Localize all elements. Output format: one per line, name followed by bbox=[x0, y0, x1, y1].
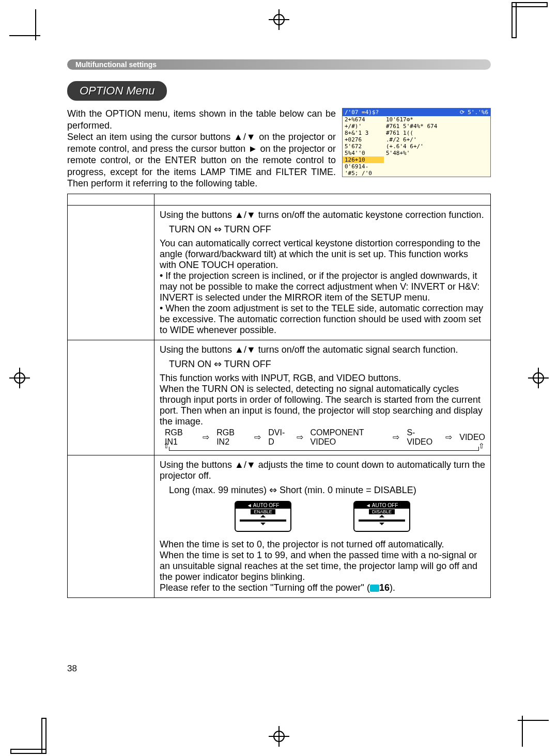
osd-menu-item: 5'672 bbox=[343, 143, 384, 150]
osd-menu-item: '#5; /'0 bbox=[343, 170, 384, 177]
auto-off-label: DISABLE bbox=[369, 509, 395, 514]
cycle-item: COMPONENT VIDEO bbox=[311, 428, 386, 447]
desc-text: • When the zoom adjustment is set to the… bbox=[160, 303, 485, 336]
desc-text: Using the buttons ▲/▼ turns on/off the a… bbox=[160, 344, 485, 355]
auto-off-label: ENABLE bbox=[251, 509, 275, 514]
crop-mark bbox=[41, 718, 47, 754]
signal-cycle: RGB IN1⇨RGB IN2⇨DVI-D⇨COMPONENT VIDEO⇨S-… bbox=[160, 428, 485, 447]
cycle-item: S-VIDEO bbox=[407, 428, 438, 447]
crop-mark bbox=[35, 9, 36, 40]
cycle-item: RGB IN2 bbox=[216, 428, 247, 447]
crop-mark bbox=[512, 2, 517, 38]
table-header-cell bbox=[68, 194, 154, 205]
osd-menu-item: +/#)' bbox=[343, 123, 384, 130]
page-number: 38 bbox=[67, 664, 77, 674]
auto-off-disable-box: ◄ AUTO OFF DISABLE bbox=[353, 501, 410, 532]
cycle-bar-icon bbox=[169, 447, 479, 451]
table-desc-cell: Using the buttons ▲/▼ turns on/off the a… bbox=[154, 340, 491, 455]
cycle-item: VIDEO bbox=[459, 433, 485, 442]
osd-menu-value: (+.6'4 6+/' bbox=[384, 143, 490, 150]
desc-text: You can automatically correct vertical k… bbox=[160, 238, 485, 271]
menu-title-pill: OPTION Menu bbox=[67, 81, 167, 101]
slider-bar-icon bbox=[359, 519, 405, 522]
auto-off-diagram: ◄ AUTO OFF ENABLE ◄ AUTO OFF DISABLE bbox=[160, 501, 485, 532]
osd-menu-item: 0'6914- bbox=[343, 163, 384, 170]
table-header-cell bbox=[154, 194, 491, 205]
option-toggle: TURN ON ⇔ TURN OFF bbox=[160, 224, 485, 235]
arrow-right-icon: ⇨ bbox=[297, 432, 303, 442]
section-header: Multifunctional settings bbox=[67, 59, 491, 70]
table-desc-cell: Using the buttons ▲/▼ adjusts the time t… bbox=[154, 455, 491, 597]
desc-text: Please refer to the section "Turning off… bbox=[160, 582, 485, 593]
table-row: Using the buttons ▲/▼ turns on/off the a… bbox=[68, 340, 491, 455]
auto-off-enable-box: ◄ AUTO OFF ENABLE bbox=[235, 501, 291, 532]
osd-title-right: ⟳ 5'.'%6 bbox=[460, 109, 488, 116]
registration-mark-icon bbox=[9, 368, 30, 388]
option-toggle: TURN ON ⇔ TURN OFF bbox=[160, 358, 485, 370]
desc-text: When the time is set to 0, the projector… bbox=[160, 539, 485, 550]
osd-menu-value: 5'48+%' bbox=[384, 150, 490, 156]
osd-menu-value: #761 5'#4%* 674 bbox=[384, 123, 490, 130]
table-item-cell bbox=[68, 205, 154, 340]
triangle-up-icon bbox=[379, 515, 384, 517]
options-table: Using the buttons ▲/▼ turns on/off the a… bbox=[67, 194, 491, 598]
triangle-up-icon bbox=[260, 515, 266, 517]
desc-text: • If the projection screen is inclined, … bbox=[160, 271, 485, 303]
crop-mark bbox=[522, 716, 523, 747]
osd-title-left: /'07 =4)$? bbox=[345, 109, 379, 116]
desc-text: Using the buttons ▲/▼ turns on/off the a… bbox=[160, 210, 485, 220]
slider-bar-icon bbox=[240, 519, 286, 522]
osd-menu-value: #761 1(( bbox=[384, 130, 490, 136]
intro-paragraph: With the OPTION menu, items shown in the… bbox=[67, 108, 336, 190]
arrow-right-icon: ⇨ bbox=[445, 432, 452, 442]
arrow-right-icon: ⇨ bbox=[203, 432, 209, 442]
desc-text: Using the buttons ▲/▼ adjusts the time t… bbox=[160, 460, 485, 481]
desc-text: When the time is set to 1 to 99, and whe… bbox=[160, 550, 485, 582]
osd-menu-item: 2+%674 bbox=[343, 116, 384, 123]
option-toggle: Long (max. 99 minutes) ⇔ Short (min. 0 m… bbox=[160, 484, 485, 496]
osd-menu-item: 5%4''0 bbox=[343, 150, 384, 156]
auto-off-header: ◄ AUTO OFF bbox=[354, 502, 409, 509]
reference-number: 16 bbox=[379, 582, 390, 593]
registration-mark-icon bbox=[269, 9, 289, 30]
osd-preview: /'07 =4)$? ⟳ 5'.'%6 2+%674+/#)'8+&'1 3+0… bbox=[342, 108, 491, 177]
table-row: Using the buttons ▲/▼ turns on/off the a… bbox=[68, 205, 491, 340]
osd-menu-item: 126+10 bbox=[343, 156, 384, 163]
table-item-cell bbox=[68, 455, 154, 597]
table-row: Using the buttons ▲/▼ adjusts the time t… bbox=[68, 455, 491, 597]
osd-menu-value: 10'617⚙* bbox=[384, 116, 490, 123]
auto-off-header: ◄ AUTO OFF bbox=[236, 502, 290, 509]
registration-mark-icon bbox=[269, 726, 289, 747]
osd-menu-item: 8+&'1 3 bbox=[343, 130, 384, 136]
registration-mark-icon bbox=[528, 368, 549, 388]
cycle-item: DVI-D bbox=[268, 428, 289, 447]
arrow-right-icon: ⇨ bbox=[393, 432, 399, 442]
triangle-down-icon bbox=[260, 523, 266, 525]
crop-mark bbox=[512, 2, 548, 7]
desc-text: This function works with INPUT, RGB, and… bbox=[160, 373, 485, 384]
arrow-right-icon: ⇨ bbox=[254, 432, 261, 442]
table-desc-cell: Using the buttons ▲/▼ turns on/off the a… bbox=[154, 205, 491, 340]
osd-menu-item: +0276 bbox=[343, 136, 384, 143]
reference-icon bbox=[370, 585, 379, 592]
desc-text: When the TURN ON is selected, detecting … bbox=[160, 384, 485, 427]
osd-menu-value: .#/2 6+/' bbox=[384, 136, 490, 143]
table-item-cell bbox=[68, 340, 154, 455]
triangle-down-icon bbox=[379, 523, 384, 525]
